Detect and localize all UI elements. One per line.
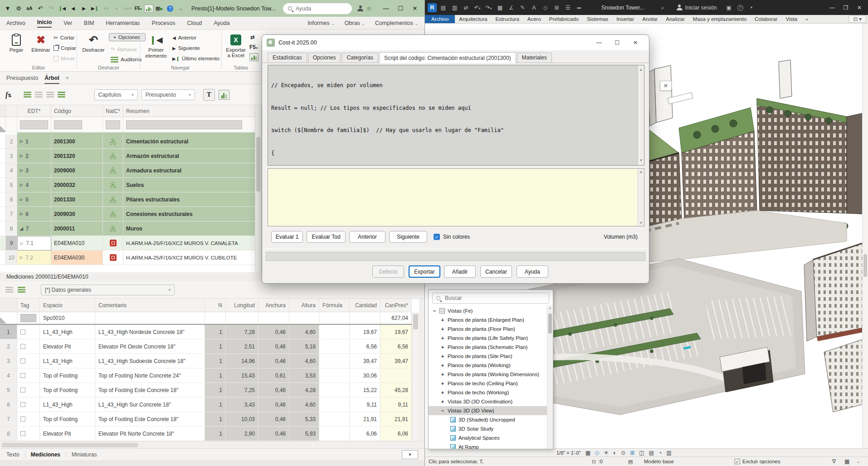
expander-icon[interactable]: ▷ — [20, 255, 23, 260]
tab-sistemas[interactable]: Sistemas — [583, 15, 612, 23]
help-search-input[interactable] — [295, 5, 340, 12]
tab-materiales[interactable]: Materiales — [517, 53, 552, 63]
app-store-icon[interactable]: ▣ — [724, 5, 734, 11]
next-record-icon[interactable]: ▶ — [79, 6, 89, 11]
tab-script[interactable]: Script del código: Cimentación estructur… — [379, 52, 516, 63]
expander-expanded-icon[interactable]: ◢ — [20, 226, 23, 231]
phases-icon[interactable]: f⇅ — [5, 91, 12, 99]
expander-icon[interactable]: ▷ — [20, 183, 23, 187]
med-row[interactable]: 4 Top of Footing Top of Footing Norte Co… — [0, 368, 412, 383]
evaluar1-button[interactable]: Evaluar 1 — [271, 231, 303, 243]
select-icon[interactable]: ▦ — [844, 458, 849, 465]
first-element-button[interactable]: ❙◀ Primer elemento — [143, 33, 169, 59]
siguiente-button[interactable]: Siguiente — [389, 231, 427, 243]
open-icon[interactable]: ▤ — [439, 5, 448, 11]
text-icon[interactable]: A — [529, 5, 539, 11]
f5-refresh-icon[interactable]: F5● — [133, 6, 143, 11]
tab-arbol[interactable]: Árbol — [44, 75, 59, 84]
browser-view-item[interactable]: At Ramp — [429, 442, 553, 449]
table-row-unit[interactable]: 10 ▷7.2 E04EMA030 H.ARM.HA-25/F/16/XC2 M… — [0, 250, 255, 265]
menu-herramientas[interactable]: Herramientas — [106, 20, 140, 26]
font-size-icon[interactable]: aA — [24, 6, 34, 11]
tab-estadisticas[interactable]: Estadísticas — [268, 53, 307, 63]
expander-icon[interactable]: ▷ — [20, 212, 23, 216]
browser-folder[interactable]: +Planos de techo (Ceiling Plan) — [429, 379, 553, 388]
dialog-minimize-button[interactable]: — — [590, 39, 608, 46]
f5-button[interactable]: F5● — [249, 43, 258, 52]
next-element-button[interactable]: ▶Siguiente — [172, 44, 200, 53]
minimize-button[interactable]: — — [379, 5, 393, 12]
browser-search-box[interactable] — [432, 293, 549, 304]
dialog-maximize-button[interactable]: ☐ — [608, 39, 626, 46]
outline-collapse-icon[interactable] — [24, 92, 31, 98]
tab-prefabricado[interactable]: Prefabricado — [545, 15, 583, 23]
tab-masa[interactable]: Masa y emplazamiento — [689, 15, 751, 23]
dialog-close-button[interactable]: ✕ — [626, 39, 644, 46]
close-button[interactable]: ✕ — [853, 5, 865, 11]
print-icon[interactable]: ▦ — [495, 5, 505, 11]
ayuda-button[interactable]: Ayuda — [517, 265, 548, 278]
browser-view-item[interactable]: 3D (Shaded) Uncropped — [429, 415, 553, 424]
delete-button[interactable]: ✖ Eliminar — [29, 33, 53, 53]
anterior-button[interactable]: Anterior — [349, 231, 385, 243]
menu-informes[interactable]: Informes ⌄ — [307, 20, 335, 26]
tab-anotar[interactable]: Anotar — [638, 15, 662, 23]
measure-icon[interactable]: ∠ — [507, 5, 516, 11]
undo-icon[interactable]: ↶ — [35, 5, 45, 12]
tab-colaborar[interactable]: Colaborar — [751, 15, 782, 23]
tab-texto[interactable]: Texto — [6, 451, 20, 458]
sin-colores-checkbox[interactable]: ✓ Sin colores — [434, 234, 470, 240]
dialog-titlebar[interactable]: Cost-it 2025.00 — ☐ ✕ — [262, 35, 649, 50]
expander-icon[interactable]: ▷ — [20, 197, 23, 201]
pane-dropdown-button[interactable]: ▼ — [402, 450, 418, 459]
browser-folder[interactable]: +Planos de planta (Schematic Plan) — [429, 343, 553, 352]
undo-button[interactable]: ↶ Deshacer — [80, 33, 107, 53]
user-avatar-icon[interactable] — [357, 5, 363, 11]
section-icon[interactable]: ⊞ — [552, 5, 561, 11]
med-horizontal-scrollbar[interactable] — [0, 441, 424, 448]
search-icon[interactable]: ⌕ — [658, 5, 668, 11]
browser-folder[interactable]: +Planos de planta (Enlarged Plan) — [429, 315, 553, 324]
browser-scrollbar[interactable]: ∧ — [547, 305, 553, 449]
checkbox[interactable] — [20, 373, 25, 378]
defecto-button[interactable]: Defecto — [372, 265, 404, 278]
more-tools-icon[interactable]: ▸▸ — [575, 5, 584, 10]
browser-search-input[interactable] — [444, 294, 545, 302]
checkbox[interactable] — [20, 417, 25, 422]
help-search-box[interactable] — [283, 3, 352, 14]
chart-toggle-icon[interactable] — [144, 5, 153, 13]
scroll-down-icon[interactable]: ▼ — [639, 157, 643, 165]
exclude-options-checkbox[interactable]: ✓Excluir opciones — [735, 459, 780, 464]
menu-complementos[interactable]: Complementos ⌄ — [375, 20, 418, 26]
reveal-hidden-icon[interactable]: ◔ — [658, 450, 662, 456]
scroll-up-icon[interactable]: ▲ — [639, 170, 643, 174]
help-icon[interactable]: ? — [736, 4, 745, 11]
panel-close-button[interactable]: ✕ — [660, 81, 672, 91]
save-icon[interactable]: ▥ — [450, 5, 459, 11]
browser-folder[interactable]: +Vistas 3D (3D Coordination) — [429, 397, 553, 406]
3d-view-icon[interactable]: ◇ — [541, 5, 550, 11]
evaluartod-button[interactable]: Evaluar Tod — [307, 231, 346, 243]
last-element-button[interactable]: ▶❙Último elemento — [172, 54, 219, 63]
more-commands-icon[interactable]: ⌄ — [176, 6, 186, 11]
analytical-model-icon[interactable]: ▥ — [666, 450, 671, 456]
save-icon[interactable]: ▼ — [3, 5, 13, 12]
med-row[interactable]: 6 L1_43_High L1_43_High Sur Concrete 18"… — [0, 397, 412, 412]
table-row-chapter[interactable]: 7 ▷6 2009030 Conexiones estructurales — [0, 207, 255, 221]
datos-generales-combo[interactable]: [*] Datos generales▾ — [41, 285, 175, 295]
tab-acero[interactable]: Acero — [523, 15, 545, 23]
worksets-icon[interactable]: ▤ — [628, 459, 633, 465]
browser-view-item[interactable]: Analytical Spaces — [429, 433, 553, 442]
revit-logo-icon[interactable]: R — [428, 3, 437, 12]
menu-ver[interactable]: Ver — [63, 20, 72, 26]
browser-folder[interactable]: +Planos de planta (Working) — [429, 361, 553, 370]
paste-button[interactable]: Pegar — [5, 33, 28, 53]
close-button[interactable]: ✕ — [408, 5, 422, 12]
browser-folder[interactable]: +Planos de techo (Working) — [429, 388, 553, 397]
checkbox[interactable] — [20, 431, 25, 436]
script-code-editor[interactable]: // Encepados, se miden por volumen Resul… — [268, 65, 644, 166]
previous-element-button[interactable]: ◀Anterior — [172, 33, 196, 42]
filter-dropdown-icon[interactable]: ▾ — [112, 6, 122, 11]
crop-region-icon[interactable]: ◫ — [639, 450, 644, 456]
checkbox[interactable] — [20, 402, 25, 407]
